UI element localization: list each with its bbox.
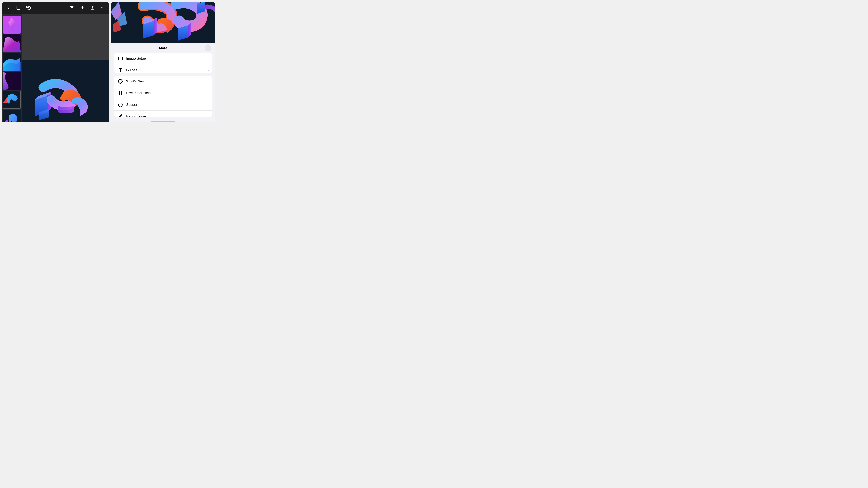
menu-item-support[interactable]: Support [114, 99, 212, 111]
guides-chevron: › [208, 69, 209, 72]
artwork-area [111, 2, 215, 42]
menu-item-pixelmator-help[interactable]: Pixelmator Help [114, 87, 212, 99]
toolbar [2, 2, 109, 14]
help-icon [118, 90, 123, 96]
guides-icon [118, 67, 123, 73]
canvas-area [22, 14, 109, 122]
svg-point-6 [101, 7, 102, 8]
menu-item-whats-new-label: What's New [126, 79, 209, 84]
image-setup-icon [118, 56, 123, 61]
canvas-top [22, 14, 109, 60]
add-button[interactable] [79, 4, 86, 11]
sheet-title: More [159, 46, 167, 50]
menu-scroll: Image Setup Guides › [111, 53, 215, 120]
menu-item-report-issue[interactable]: Report Issue [114, 111, 212, 117]
svg-rect-19 [119, 57, 122, 60]
support-icon [118, 102, 123, 108]
tools-button[interactable] [69, 4, 75, 11]
svg-point-7 [102, 7, 103, 8]
menu-item-guides[interactable]: Guides › [114, 64, 212, 73]
close-button[interactable] [205, 44, 211, 51]
svg-rect-33 [120, 92, 121, 95]
svg-line-30 [119, 83, 119, 83]
whats-new-icon [118, 78, 123, 84]
panel-toggle-button[interactable] [15, 4, 22, 11]
layer-thumb-4[interactable] [3, 72, 21, 90]
home-indicator [111, 120, 215, 122]
main-content [2, 14, 109, 122]
layer-thumb-5[interactable] [3, 91, 21, 109]
toolbar-right [69, 4, 106, 11]
layer-thumb-3[interactable] [3, 53, 21, 71]
more-button[interactable] [99, 4, 106, 11]
svg-point-8 [104, 7, 104, 8]
more-menu-sheet: More Image Setup [111, 42, 215, 122]
menu-item-pixelmator-help-label: Pixelmator Help [126, 91, 209, 95]
home-bar [151, 121, 176, 122]
canvas-bottom [22, 60, 109, 122]
layer-thumb-6[interactable] [3, 110, 21, 122]
menu-item-support-label: Support [126, 103, 209, 107]
back-button[interactable] [5, 4, 11, 11]
menu-item-report-issue-label: Report Issue [126, 115, 209, 117]
menu-section-2: What's New Pixelmator Help [114, 76, 212, 117]
layers-sidebar[interactable] [2, 14, 22, 122]
menu-item-image-setup-label: Image Setup [126, 57, 209, 61]
app-panel [2, 2, 109, 122]
menu-item-whats-new[interactable]: What's New [114, 76, 212, 87]
svg-rect-0 [17, 6, 20, 10]
layer-thumb-2[interactable] [3, 34, 21, 53]
menu-item-image-setup[interactable]: Image Setup [114, 53, 212, 64]
report-icon [118, 113, 123, 117]
history-button[interactable] [25, 4, 32, 11]
sheet-header: More [111, 42, 215, 53]
menu-item-guides-label: Guides [126, 68, 205, 72]
menu-section-1: Image Setup Guides › [114, 53, 212, 73]
layer-thumb-1[interactable] [3, 15, 21, 34]
right-panel: More Image Setup [111, 2, 215, 122]
share-button[interactable] [89, 4, 96, 11]
